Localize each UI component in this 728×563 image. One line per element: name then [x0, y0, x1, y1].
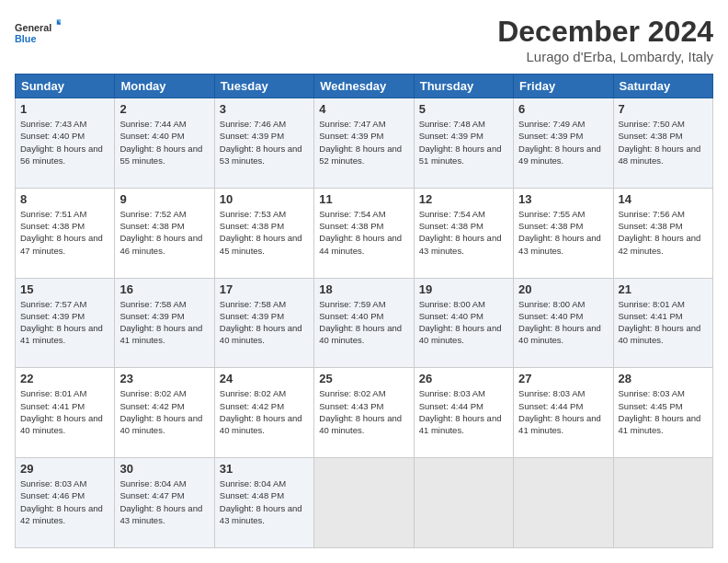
day-info: Sunrise: 8:01 AM Sunset: 4:41 PM Dayligh…: [20, 387, 109, 436]
day-number: 16: [119, 282, 209, 296]
daylight: Daylight: 8 hours and 41 minutes.: [619, 413, 701, 435]
day-number: 27: [518, 372, 608, 385]
week-row-2: 8 Sunrise: 7:51 AM Sunset: 4:38 PM Dayli…: [16, 188, 713, 278]
sunset: Sunset: 4:46 PM: [20, 490, 85, 500]
sunrise: Sunrise: 7:57 AM: [20, 299, 86, 309]
calendar-cell: 17 Sunrise: 7:58 AM Sunset: 4:39 PM Dayl…: [214, 278, 313, 368]
day-info: Sunrise: 8:04 AM Sunset: 4:48 PM Dayligh…: [220, 477, 309, 526]
sunset: Sunset: 4:45 PM: [619, 401, 683, 411]
day-number: 28: [619, 372, 708, 385]
day-info: Sunrise: 7:54 AM Sunset: 4:38 PM Dayligh…: [319, 208, 408, 257]
calendar-cell: 2 Sunrise: 7:44 AM Sunset: 4:40 PM Dayli…: [115, 98, 214, 189]
day-info: Sunrise: 7:59 AM Sunset: 4:40 PM Dayligh…: [319, 298, 408, 347]
calendar-cell: 27 Sunrise: 8:03 AM Sunset: 4:44 PM Dayl…: [514, 368, 613, 458]
calendar-cell: 23 Sunrise: 8:02 AM Sunset: 4:42 PM Dayl…: [115, 368, 214, 458]
daylight: Daylight: 8 hours and 53 minutes.: [220, 144, 302, 166]
sunset: Sunset: 4:38 PM: [20, 221, 85, 231]
header-friday: Friday: [514, 75, 613, 98]
daylight: Daylight: 8 hours and 43 minutes.: [220, 503, 302, 525]
header-sunday: Sunday: [16, 75, 115, 98]
daylight: Daylight: 8 hours and 40 minutes.: [220, 413, 302, 435]
sunrise: Sunrise: 7:56 AM: [619, 209, 685, 219]
daylight: Daylight: 8 hours and 42 minutes.: [619, 233, 701, 255]
day-number: 25: [319, 372, 408, 385]
header-monday: Monday: [115, 75, 214, 98]
day-number: 24: [220, 372, 309, 385]
sunrise: Sunrise: 7:47 AM: [319, 119, 385, 129]
sunrise: Sunrise: 8:01 AM: [20, 388, 86, 398]
sunrise: Sunrise: 8:03 AM: [619, 388, 685, 398]
sunrise: Sunrise: 8:04 AM: [220, 478, 286, 488]
daylight: Daylight: 8 hours and 41 minutes.: [518, 413, 601, 435]
sunset: Sunset: 4:41 PM: [20, 401, 85, 411]
day-number: 21: [619, 282, 708, 296]
sunset: Sunset: 4:48 PM: [220, 490, 284, 500]
day-info: Sunrise: 7:50 AM Sunset: 4:38 PM Dayligh…: [619, 118, 708, 167]
day-number: 23: [119, 372, 209, 385]
daylight: Daylight: 8 hours and 40 minutes.: [319, 413, 402, 435]
header-saturday: Saturday: [613, 75, 712, 98]
daylight: Daylight: 8 hours and 55 minutes.: [119, 144, 202, 166]
calendar-cell: [314, 458, 414, 548]
daylight: Daylight: 8 hours and 47 minutes.: [20, 233, 103, 255]
daylight: Daylight: 8 hours and 40 minutes.: [20, 413, 103, 435]
calendar-cell: 4 Sunrise: 7:47 AM Sunset: 4:39 PM Dayli…: [314, 98, 414, 189]
day-info: Sunrise: 8:03 AM Sunset: 4:44 PM Dayligh…: [419, 387, 508, 436]
day-number: 31: [220, 462, 309, 476]
calendar-cell: 11 Sunrise: 7:54 AM Sunset: 4:38 PM Dayl…: [314, 188, 414, 278]
sunset: Sunset: 4:47 PM: [119, 490, 184, 500]
sunset: Sunset: 4:44 PM: [419, 401, 483, 411]
day-info: Sunrise: 7:43 AM Sunset: 4:40 PM Dayligh…: [20, 118, 109, 167]
sunset: Sunset: 4:39 PM: [119, 311, 184, 321]
calendar-cell: 13 Sunrise: 7:55 AM Sunset: 4:38 PM Dayl…: [514, 188, 613, 278]
calendar-cell: 10 Sunrise: 7:53 AM Sunset: 4:38 PM Dayl…: [214, 188, 313, 278]
daylight: Daylight: 8 hours and 41 minutes.: [20, 323, 103, 345]
sunset: Sunset: 4:40 PM: [119, 131, 184, 141]
calendar-cell: [613, 458, 712, 548]
sunset: Sunset: 4:38 PM: [119, 221, 184, 231]
day-number: 17: [220, 282, 309, 296]
day-number: 15: [20, 282, 109, 296]
sunset: Sunset: 4:38 PM: [619, 131, 683, 141]
sunrise: Sunrise: 7:59 AM: [319, 299, 385, 309]
calendar-cell: 1 Sunrise: 7:43 AM Sunset: 4:40 PM Dayli…: [16, 98, 115, 189]
calendar-cell: 28 Sunrise: 8:03 AM Sunset: 4:45 PM Dayl…: [613, 368, 712, 458]
day-info: Sunrise: 7:58 AM Sunset: 4:39 PM Dayligh…: [220, 298, 309, 347]
day-info: Sunrise: 8:04 AM Sunset: 4:47 PM Dayligh…: [119, 477, 209, 526]
day-number: 9: [119, 192, 209, 206]
daylight: Daylight: 8 hours and 51 minutes.: [419, 144, 502, 166]
sunrise: Sunrise: 8:03 AM: [20, 478, 86, 488]
sunrise: Sunrise: 8:02 AM: [220, 388, 286, 398]
day-info: Sunrise: 8:02 AM Sunset: 4:42 PM Dayligh…: [220, 387, 309, 436]
sunrise: Sunrise: 7:49 AM: [518, 119, 585, 129]
calendar-cell: 24 Sunrise: 8:02 AM Sunset: 4:42 PM Dayl…: [214, 368, 313, 458]
sunset: Sunset: 4:44 PM: [518, 401, 583, 411]
sunset: Sunset: 4:38 PM: [619, 221, 683, 231]
sunrise: Sunrise: 7:51 AM: [20, 209, 86, 219]
sunset: Sunset: 4:38 PM: [518, 221, 583, 231]
daylight: Daylight: 8 hours and 44 minutes.: [319, 233, 402, 255]
sunset: Sunset: 4:39 PM: [220, 311, 284, 321]
day-info: Sunrise: 7:55 AM Sunset: 4:38 PM Dayligh…: [518, 208, 608, 257]
calendar-cell: 16 Sunrise: 7:58 AM Sunset: 4:39 PM Dayl…: [115, 278, 214, 368]
header-wednesday: Wednesday: [314, 75, 414, 98]
day-number: 13: [518, 192, 608, 206]
daylight: Daylight: 8 hours and 40 minutes.: [518, 323, 601, 345]
sunrise: Sunrise: 8:03 AM: [518, 388, 585, 398]
sunrise: Sunrise: 8:04 AM: [119, 478, 186, 488]
week-row-4: 22 Sunrise: 8:01 AM Sunset: 4:41 PM Dayl…: [16, 368, 713, 458]
sunset: Sunset: 4:40 PM: [419, 311, 483, 321]
sunset: Sunset: 4:42 PM: [119, 401, 184, 411]
day-number: 10: [220, 192, 309, 206]
sunrise: Sunrise: 7:44 AM: [119, 119, 186, 129]
sunrise: Sunrise: 7:46 AM: [220, 119, 286, 129]
day-info: Sunrise: 8:03 AM Sunset: 4:44 PM Dayligh…: [518, 387, 608, 436]
daylight: Daylight: 8 hours and 40 minutes.: [119, 413, 202, 435]
calendar-cell: 31 Sunrise: 8:04 AM Sunset: 4:48 PM Dayl…: [214, 458, 313, 548]
sunset: Sunset: 4:40 PM: [319, 311, 383, 321]
calendar-cell: 18 Sunrise: 7:59 AM Sunset: 4:40 PM Dayl…: [314, 278, 414, 368]
sunset: Sunset: 4:38 PM: [419, 221, 483, 231]
logo: General Blue: [15, 15, 61, 52]
day-info: Sunrise: 7:46 AM Sunset: 4:39 PM Dayligh…: [220, 118, 309, 167]
svg-text:Blue: Blue: [15, 33, 36, 44]
